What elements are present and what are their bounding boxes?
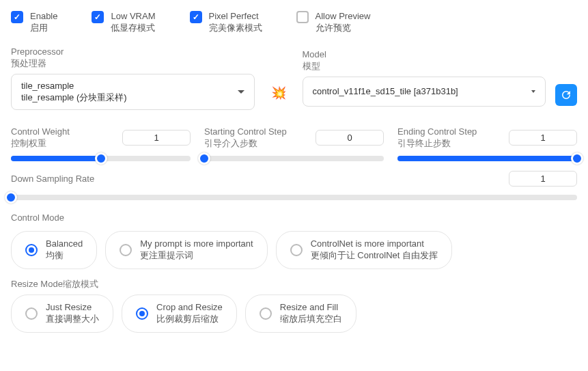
chevron-down-icon bbox=[531, 90, 535, 93]
resize-fill[interactable]: Resize and Fill缩放后填充空白 bbox=[245, 294, 356, 333]
ending-step-value[interactable]: 1 bbox=[509, 130, 577, 146]
control-weight-value[interactable]: 1 bbox=[122, 130, 191, 146]
pixel-perfect-checkbox[interactable] bbox=[190, 11, 202, 23]
resize-just[interactable]: Just Resize直接调整大小 bbox=[11, 294, 113, 333]
starting-step-value[interactable]: 0 bbox=[316, 130, 384, 146]
refresh-icon bbox=[560, 89, 572, 101]
control-mode-balanced[interactable]: Balanced均衡 bbox=[11, 231, 97, 269]
lowvram-checkbox[interactable] bbox=[92, 11, 104, 23]
ending-step-label: Ending Control Step引导终止步数 bbox=[397, 126, 477, 150]
resize-crop[interactable]: Crop and Resize比例裁剪后缩放 bbox=[122, 294, 237, 333]
radio-icon bbox=[136, 307, 148, 320]
model-dropdown[interactable]: control_v11f1e_sd15_tile [a371b31b] bbox=[303, 77, 546, 107]
down-sampling-slider[interactable] bbox=[11, 195, 577, 200]
preprocessor-value-en: tile_resample bbox=[21, 80, 127, 92]
radio-icon bbox=[25, 307, 38, 320]
allow-preview-label: Allow Preview 允许预览 bbox=[316, 11, 371, 34]
preprocessor-label: Preprocessor 预处理器 bbox=[11, 46, 255, 70]
radio-icon bbox=[25, 244, 38, 256]
radio-icon bbox=[120, 244, 132, 256]
down-sampling-label: Down Sampling Rate bbox=[11, 174, 94, 184]
run-preprocessor-button[interactable]: 💥 bbox=[264, 79, 293, 107]
control-mode-title: Control Mode bbox=[11, 212, 577, 223]
control-mode-controlnet[interactable]: ControlNet is more important更倾向于让 Contro… bbox=[276, 231, 452, 269]
preprocessor-value-zh: tile_resample (分块重采样) bbox=[21, 92, 127, 104]
radio-icon bbox=[260, 307, 272, 320]
allow-preview-checkbox[interactable] bbox=[296, 11, 309, 23]
chevron-down-icon bbox=[238, 90, 244, 94]
enable-label: Enable 启用 bbox=[30, 11, 57, 34]
model-value: control_v11f1e_sd15_tile [a371b31b] bbox=[313, 85, 458, 98]
refresh-models-button[interactable] bbox=[555, 84, 577, 106]
control-weight-slider[interactable] bbox=[11, 156, 191, 161]
ending-step-slider[interactable] bbox=[397, 156, 577, 161]
pixel-perfect-label: Pixel Perfect 完美像素模式 bbox=[209, 11, 262, 34]
preprocessor-dropdown[interactable]: tile_resample tile_resample (分块重采样) bbox=[11, 74, 255, 110]
explosion-icon: 💥 bbox=[271, 85, 286, 100]
starting-step-slider[interactable] bbox=[204, 156, 384, 161]
resize-mode-title: Resize Mode缩放模式 bbox=[11, 279, 577, 290]
starting-step-label: Starting Control Step引导介入步数 bbox=[204, 126, 287, 150]
control-mode-prompt[interactable]: My prompt is more important更注重提示词 bbox=[105, 231, 267, 269]
lowvram-label: Low VRAM 低显存模式 bbox=[111, 11, 155, 34]
model-label: Model 模型 bbox=[303, 49, 546, 72]
down-sampling-value[interactable]: 1 bbox=[509, 171, 577, 187]
radio-icon bbox=[290, 244, 303, 256]
enable-checkbox[interactable] bbox=[11, 11, 23, 23]
control-weight-label: Control Weight控制权重 bbox=[11, 126, 70, 150]
